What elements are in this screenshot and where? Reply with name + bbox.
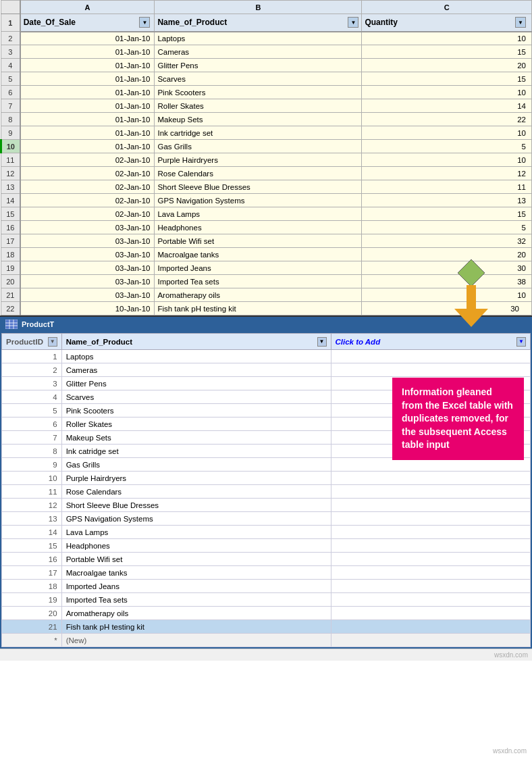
excel-date-cell: 01-Jan-10	[20, 59, 155, 72]
access-id-cell: 5	[2, 404, 62, 417]
excel-row: 1102-Jan-10Purple Hairdryers10	[1, 153, 532, 167]
access-product-cell: Rose Calendars	[61, 485, 331, 499]
access-add-dropdown[interactable]: ▼	[516, 337, 526, 347]
access-id-cell: 7	[2, 431, 62, 445]
access-table-title: ProductT	[22, 320, 54, 328]
access-product-dropdown[interactable]: ▼	[317, 337, 327, 347]
excel-date-cell: 03-Jan-10	[20, 288, 155, 302]
excel-row-num: 14	[1, 194, 20, 207]
access-product-cell: Glitter Pens	[61, 377, 331, 390]
excel-qty-cell: 11	[362, 180, 532, 194]
excel-product-cell: Cameras	[155, 45, 362, 59]
excel-qty-cell: 15	[362, 72, 532, 86]
excel-row: 2003-Jan-10Imported Tea sets38	[1, 275, 532, 288]
excel-product-cell: Imported Tea sets	[155, 275, 362, 288]
excel-row-num: 6	[1, 86, 20, 99]
excel-date-cell: 01-Jan-10	[20, 86, 155, 99]
access-col-product-header[interactable]: Name_of_Product ▼	[61, 334, 331, 350]
access-col-add-header[interactable]: Click to Add ▼	[331, 334, 530, 350]
col-qty-header[interactable]: Quantity ▼	[362, 14, 532, 32]
access-id-cell: 12	[2, 499, 62, 512]
excel-row: 1202-Jan-10Rose Calendars12	[1, 167, 532, 180]
excel-row-num: 4	[1, 59, 20, 72]
access-id-cell: 11	[2, 485, 62, 499]
col-b-letter: B	[155, 1, 362, 14]
excel-row-num: 2	[1, 32, 20, 45]
col-product-header[interactable]: Name_of_Product ▼	[155, 14, 362, 32]
excel-product-cell: Fish tank pH testing kit	[155, 302, 362, 315]
access-id-dropdown[interactable]: ▼	[48, 337, 57, 347]
excel-section: A B C 1 Date_Of_Sale ▼ Name_of_Product ▼	[0, 0, 532, 317]
excel-row-num: 13	[1, 180, 20, 194]
excel-product-cell: Rose Calendars	[155, 167, 362, 180]
col-c-letter: C	[362, 1, 532, 14]
access-id-cell: 9	[2, 458, 62, 472]
access-new-row: *(New)	[2, 634, 531, 647]
access-product-cell: Short Sleeve Blue Dresses	[61, 499, 331, 512]
access-product-cell: Aromatherapy oils	[61, 607, 331, 620]
excel-product-cell: Portable Wifi set	[155, 234, 362, 248]
excel-product-cell: Imported Jeans	[155, 261, 362, 275]
access-product-cell: GPS Navigation Systems	[61, 512, 331, 526]
excel-date-cell: 01-Jan-10	[20, 140, 155, 153]
annotation-text: Information gleaned from the Excel table…	[402, 386, 513, 450]
access-status-bar: wsxdn.com	[0, 649, 532, 661]
excel-date-cell: 01-Jan-10	[20, 113, 155, 126]
excel-product-cell: Macroalgae tanks	[155, 248, 362, 261]
excel-row-num: 21	[1, 288, 20, 302]
access-product-cell: Laptops	[61, 350, 331, 363]
excel-qty-cell: 10	[362, 153, 532, 167]
excel-row: 2103-Jan-10Aromatherapy oils10	[1, 288, 532, 302]
excel-row: 1001-Jan-10Gas Grills5	[1, 140, 532, 153]
access-id-cell: 13	[2, 512, 62, 526]
access-row: 17Macroalgae tanks	[2, 566, 531, 580]
access-id-cell: 19	[2, 593, 62, 607]
access-add-cell	[331, 485, 530, 499]
excel-product-cell: Scarves	[155, 72, 362, 86]
excel-row: 2210-Jan-10Fish tank pH testing kit30	[1, 302, 532, 315]
excel-qty-cell: 5	[362, 140, 532, 153]
excel-row-num: 5	[1, 72, 20, 86]
access-product-cell: Scarves	[61, 390, 331, 404]
access-product-cell: Roller Skates	[61, 417, 331, 431]
col-qty-label: Quantity	[365, 18, 398, 27]
excel-qty-cell: 15	[362, 45, 532, 59]
excel-date-cell: 03-Jan-10	[20, 261, 155, 275]
excel-product-cell: Laptops	[155, 32, 362, 45]
access-product-cell: Headphones	[61, 539, 331, 553]
excel-row: 601-Jan-10Pink Scooters10	[1, 86, 532, 99]
access-row: 20Aromatherapy oils	[2, 607, 531, 620]
watermark-overlay: wsxdn.com	[493, 747, 527, 755]
excel-date-cell: 03-Jan-10	[20, 221, 155, 234]
excel-date-cell: 02-Jan-10	[20, 207, 155, 221]
qty-dropdown-arrow[interactable]: ▼	[515, 17, 526, 28]
access-product-cell: Portable Wifi set	[61, 553, 331, 566]
product-dropdown-arrow[interactable]: ▼	[348, 17, 358, 28]
access-col-id-label: ProductID	[6, 338, 43, 346]
excel-date-cell: 03-Jan-10	[20, 248, 155, 261]
access-product-cell: Ink catridge set	[61, 445, 331, 458]
excel-row: 1603-Jan-10Headphones5	[1, 221, 532, 234]
excel-product-cell: Purple Hairdryers	[155, 153, 362, 167]
excel-date-cell: 01-Jan-10	[20, 32, 155, 45]
access-product-cell: Cameras	[61, 363, 331, 377]
col-date-header[interactable]: Date_Of_Sale ▼	[20, 14, 155, 32]
excel-row: 501-Jan-10Scarves15	[1, 72, 532, 86]
date-dropdown-arrow[interactable]: ▼	[139, 17, 150, 28]
access-col-id-header[interactable]: ProductID ▼	[2, 334, 62, 350]
excel-row-num: 3	[1, 45, 20, 59]
excel-date-cell: 02-Jan-10	[20, 167, 155, 180]
access-product-cell: Imported Tea sets	[61, 593, 331, 607]
excel-date-cell: 01-Jan-10	[20, 72, 155, 86]
access-title-bar: ProductT	[0, 317, 532, 332]
access-product-cell: Gas Grills	[61, 458, 331, 472]
excel-body: 201-Jan-10Laptops10301-Jan-10Cameras1540…	[1, 32, 532, 315]
access-add-cell	[331, 566, 530, 580]
access-section: Information gleaned from the Excel table…	[0, 317, 532, 661]
corner-cell	[1, 1, 20, 14]
excel-product-cell: Lava Lamps	[155, 207, 362, 221]
excel-date-cell: 02-Jan-10	[20, 194, 155, 207]
access-add-cell	[331, 512, 530, 526]
annotation-box: Information gleaned from the Excel table…	[392, 378, 524, 460]
excel-product-cell: Roller Skates	[155, 99, 362, 113]
